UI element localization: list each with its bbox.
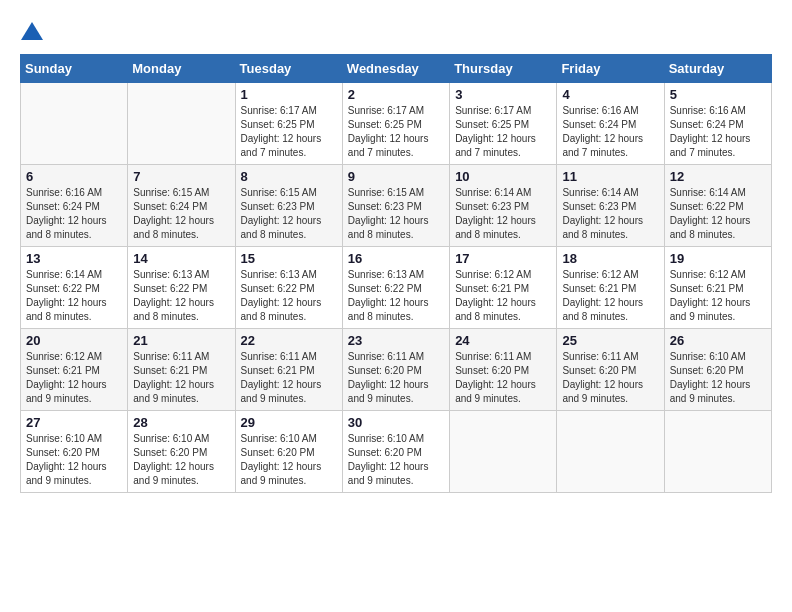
cell-info: Sunrise: 6:10 AM Sunset: 6:20 PM Dayligh… [670, 350, 766, 406]
weekday-header: Saturday [664, 55, 771, 83]
weekday-header: Tuesday [235, 55, 342, 83]
cell-info: Sunrise: 6:11 AM Sunset: 6:20 PM Dayligh… [562, 350, 658, 406]
calendar-cell: 4Sunrise: 6:16 AM Sunset: 6:24 PM Daylig… [557, 83, 664, 165]
calendar-cell: 23Sunrise: 6:11 AM Sunset: 6:20 PM Dayli… [342, 329, 449, 411]
calendar-week-row: 6Sunrise: 6:16 AM Sunset: 6:24 PM Daylig… [21, 165, 772, 247]
cell-info: Sunrise: 6:17 AM Sunset: 6:25 PM Dayligh… [455, 104, 551, 160]
cell-info: Sunrise: 6:11 AM Sunset: 6:20 PM Dayligh… [348, 350, 444, 406]
logo-icon [21, 20, 43, 42]
calendar-cell: 12Sunrise: 6:14 AM Sunset: 6:22 PM Dayli… [664, 165, 771, 247]
day-number: 30 [348, 415, 444, 430]
cell-info: Sunrise: 6:16 AM Sunset: 6:24 PM Dayligh… [562, 104, 658, 160]
day-number: 24 [455, 333, 551, 348]
calendar-cell: 3Sunrise: 6:17 AM Sunset: 6:25 PM Daylig… [450, 83, 557, 165]
day-number: 20 [26, 333, 122, 348]
day-number: 7 [133, 169, 229, 184]
day-number: 28 [133, 415, 229, 430]
day-number: 29 [241, 415, 337, 430]
calendar-cell: 22Sunrise: 6:11 AM Sunset: 6:21 PM Dayli… [235, 329, 342, 411]
calendar-header-row: SundayMondayTuesdayWednesdayThursdayFrid… [21, 55, 772, 83]
cell-info: Sunrise: 6:15 AM Sunset: 6:24 PM Dayligh… [133, 186, 229, 242]
calendar-cell: 9Sunrise: 6:15 AM Sunset: 6:23 PM Daylig… [342, 165, 449, 247]
calendar-cell: 28Sunrise: 6:10 AM Sunset: 6:20 PM Dayli… [128, 411, 235, 493]
cell-info: Sunrise: 6:14 AM Sunset: 6:22 PM Dayligh… [26, 268, 122, 324]
calendar-cell: 18Sunrise: 6:12 AM Sunset: 6:21 PM Dayli… [557, 247, 664, 329]
day-number: 15 [241, 251, 337, 266]
calendar-cell: 20Sunrise: 6:12 AM Sunset: 6:21 PM Dayli… [21, 329, 128, 411]
day-number: 22 [241, 333, 337, 348]
calendar-cell [664, 411, 771, 493]
cell-info: Sunrise: 6:15 AM Sunset: 6:23 PM Dayligh… [348, 186, 444, 242]
cell-info: Sunrise: 6:10 AM Sunset: 6:20 PM Dayligh… [348, 432, 444, 488]
day-number: 27 [26, 415, 122, 430]
day-number: 10 [455, 169, 551, 184]
calendar-cell: 8Sunrise: 6:15 AM Sunset: 6:23 PM Daylig… [235, 165, 342, 247]
cell-info: Sunrise: 6:11 AM Sunset: 6:21 PM Dayligh… [133, 350, 229, 406]
weekday-header: Wednesday [342, 55, 449, 83]
day-number: 6 [26, 169, 122, 184]
day-number: 12 [670, 169, 766, 184]
calendar-cell: 7Sunrise: 6:15 AM Sunset: 6:24 PM Daylig… [128, 165, 235, 247]
cell-info: Sunrise: 6:13 AM Sunset: 6:22 PM Dayligh… [133, 268, 229, 324]
day-number: 19 [670, 251, 766, 266]
calendar-week-row: 20Sunrise: 6:12 AM Sunset: 6:21 PM Dayli… [21, 329, 772, 411]
calendar-cell [450, 411, 557, 493]
page-header [20, 20, 772, 44]
cell-info: Sunrise: 6:11 AM Sunset: 6:20 PM Dayligh… [455, 350, 551, 406]
cell-info: Sunrise: 6:16 AM Sunset: 6:24 PM Dayligh… [670, 104, 766, 160]
calendar-cell: 16Sunrise: 6:13 AM Sunset: 6:22 PM Dayli… [342, 247, 449, 329]
day-number: 4 [562, 87, 658, 102]
cell-info: Sunrise: 6:12 AM Sunset: 6:21 PM Dayligh… [670, 268, 766, 324]
calendar-cell: 5Sunrise: 6:16 AM Sunset: 6:24 PM Daylig… [664, 83, 771, 165]
calendar-cell: 15Sunrise: 6:13 AM Sunset: 6:22 PM Dayli… [235, 247, 342, 329]
day-number: 23 [348, 333, 444, 348]
cell-info: Sunrise: 6:14 AM Sunset: 6:23 PM Dayligh… [455, 186, 551, 242]
calendar-cell: 21Sunrise: 6:11 AM Sunset: 6:21 PM Dayli… [128, 329, 235, 411]
calendar-week-row: 1Sunrise: 6:17 AM Sunset: 6:25 PM Daylig… [21, 83, 772, 165]
calendar-cell: 29Sunrise: 6:10 AM Sunset: 6:20 PM Dayli… [235, 411, 342, 493]
calendar-cell: 2Sunrise: 6:17 AM Sunset: 6:25 PM Daylig… [342, 83, 449, 165]
day-number: 16 [348, 251, 444, 266]
day-number: 5 [670, 87, 766, 102]
calendar-cell: 13Sunrise: 6:14 AM Sunset: 6:22 PM Dayli… [21, 247, 128, 329]
calendar-cell: 17Sunrise: 6:12 AM Sunset: 6:21 PM Dayli… [450, 247, 557, 329]
calendar-cell: 30Sunrise: 6:10 AM Sunset: 6:20 PM Dayli… [342, 411, 449, 493]
calendar-cell: 25Sunrise: 6:11 AM Sunset: 6:20 PM Dayli… [557, 329, 664, 411]
cell-info: Sunrise: 6:10 AM Sunset: 6:20 PM Dayligh… [241, 432, 337, 488]
day-number: 14 [133, 251, 229, 266]
day-number: 17 [455, 251, 551, 266]
day-number: 2 [348, 87, 444, 102]
svg-marker-0 [21, 22, 43, 40]
day-number: 3 [455, 87, 551, 102]
day-number: 26 [670, 333, 766, 348]
weekday-header: Monday [128, 55, 235, 83]
calendar-week-row: 13Sunrise: 6:14 AM Sunset: 6:22 PM Dayli… [21, 247, 772, 329]
cell-info: Sunrise: 6:12 AM Sunset: 6:21 PM Dayligh… [562, 268, 658, 324]
calendar-cell: 27Sunrise: 6:10 AM Sunset: 6:20 PM Dayli… [21, 411, 128, 493]
cell-info: Sunrise: 6:16 AM Sunset: 6:24 PM Dayligh… [26, 186, 122, 242]
calendar-cell: 1Sunrise: 6:17 AM Sunset: 6:25 PM Daylig… [235, 83, 342, 165]
logo [20, 20, 43, 44]
calendar-cell: 26Sunrise: 6:10 AM Sunset: 6:20 PM Dayli… [664, 329, 771, 411]
cell-info: Sunrise: 6:15 AM Sunset: 6:23 PM Dayligh… [241, 186, 337, 242]
calendar-cell [21, 83, 128, 165]
day-number: 1 [241, 87, 337, 102]
day-number: 21 [133, 333, 229, 348]
weekday-header: Thursday [450, 55, 557, 83]
weekday-header: Sunday [21, 55, 128, 83]
day-number: 13 [26, 251, 122, 266]
calendar-cell: 14Sunrise: 6:13 AM Sunset: 6:22 PM Dayli… [128, 247, 235, 329]
day-number: 8 [241, 169, 337, 184]
cell-info: Sunrise: 6:13 AM Sunset: 6:22 PM Dayligh… [348, 268, 444, 324]
calendar-table: SundayMondayTuesdayWednesdayThursdayFrid… [20, 54, 772, 493]
calendar-cell [557, 411, 664, 493]
cell-info: Sunrise: 6:14 AM Sunset: 6:22 PM Dayligh… [670, 186, 766, 242]
cell-info: Sunrise: 6:17 AM Sunset: 6:25 PM Dayligh… [348, 104, 444, 160]
cell-info: Sunrise: 6:14 AM Sunset: 6:23 PM Dayligh… [562, 186, 658, 242]
calendar-cell [128, 83, 235, 165]
cell-info: Sunrise: 6:12 AM Sunset: 6:21 PM Dayligh… [26, 350, 122, 406]
day-number: 18 [562, 251, 658, 266]
cell-info: Sunrise: 6:11 AM Sunset: 6:21 PM Dayligh… [241, 350, 337, 406]
cell-info: Sunrise: 6:13 AM Sunset: 6:22 PM Dayligh… [241, 268, 337, 324]
cell-info: Sunrise: 6:10 AM Sunset: 6:20 PM Dayligh… [133, 432, 229, 488]
